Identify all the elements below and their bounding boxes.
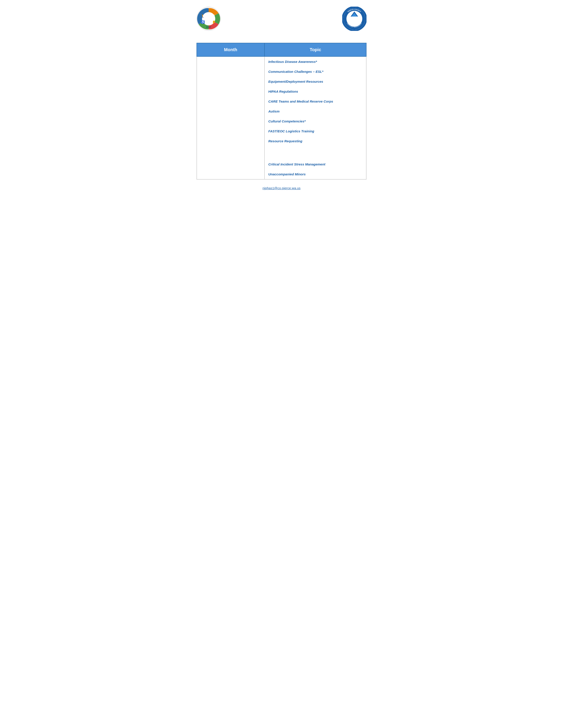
topic-cell: Cultural Competencies* — [264, 116, 366, 126]
month-cell — [197, 116, 264, 126]
topic-cell: Critical Incident Stress Management — [264, 159, 366, 169]
month-cell — [197, 136, 264, 146]
table-row: Unaccompanied Minors — [197, 169, 366, 179]
topic-cell: CARE Teams and Medical Reserve Corps — [264, 96, 366, 106]
month-cell — [197, 106, 264, 116]
svg-text:?: ? — [213, 14, 215, 18]
topic-cell: FAST/EOC Logistics Training — [264, 126, 366, 136]
page-header: 🚶 ? ♿ 👂 FAST PIERCE COUNTY — [196, 4, 367, 34]
month-cell — [197, 126, 264, 136]
topic-column-header: Topic — [264, 43, 366, 56]
svg-text:♿: ♿ — [201, 20, 205, 24]
month-cell — [197, 159, 264, 169]
table-row: Communication Challenges – ESL* — [197, 67, 366, 77]
topic-cell: Communication Challenges – ESL* — [264, 67, 366, 77]
table-row: Equipment/Deployment Resources — [197, 77, 366, 86]
svg-text:FAST: FAST — [206, 26, 211, 28]
topic-cell: Unaccompanied Minors — [264, 169, 366, 179]
svg-text:👂: 👂 — [212, 20, 216, 24]
topic-cell: HIPAA Regulations — [264, 86, 366, 96]
table-row: CARE Teams and Medical Reserve Corps — [197, 96, 366, 106]
month-cell — [197, 96, 264, 106]
table-row: Cultural Competencies* — [197, 116, 366, 126]
topic-cell: Equipment/Deployment Resources — [264, 77, 366, 86]
pierce-county-logo: PIERCE COUNTY EMERGENCY MANAGEMENT — [342, 7, 367, 32]
month-cell — [197, 86, 264, 96]
table-row: Infectious Disease Awareness* — [197, 56, 366, 67]
fast-logo: 🚶 ? ♿ 👂 FAST — [196, 7, 221, 32]
topic-cell: Autism — [264, 106, 366, 116]
topic-cell: Infectious Disease Awareness* — [264, 56, 366, 67]
table-row: Critical Incident Stress Management — [197, 159, 366, 169]
month-cell — [197, 77, 264, 86]
spacer-row — [197, 146, 366, 159]
table-row: FAST/EOC Logistics Training — [197, 126, 366, 136]
topic-cell: Resource Requesting — [264, 136, 366, 146]
training-table: Month Topic Infectious Disease Awareness… — [196, 43, 367, 180]
month-column-header: Month — [197, 43, 264, 56]
table-row: Autism — [197, 106, 366, 116]
email-link[interactable]: njphas1@co.pierce.wa.us — [262, 186, 301, 190]
table-row: Resource Requesting — [197, 136, 366, 146]
spacer-month — [197, 146, 264, 159]
svg-text:🚶: 🚶 — [200, 14, 205, 18]
month-cell — [197, 67, 264, 77]
page-footer: njphas1@co.pierce.wa.us — [196, 186, 367, 190]
table-row: HIPAA Regulations — [197, 86, 366, 96]
month-cell — [197, 56, 264, 67]
month-cell — [197, 169, 264, 179]
spacer-topic — [264, 146, 366, 159]
main-table-container: Month Topic Infectious Disease Awareness… — [196, 43, 367, 180]
